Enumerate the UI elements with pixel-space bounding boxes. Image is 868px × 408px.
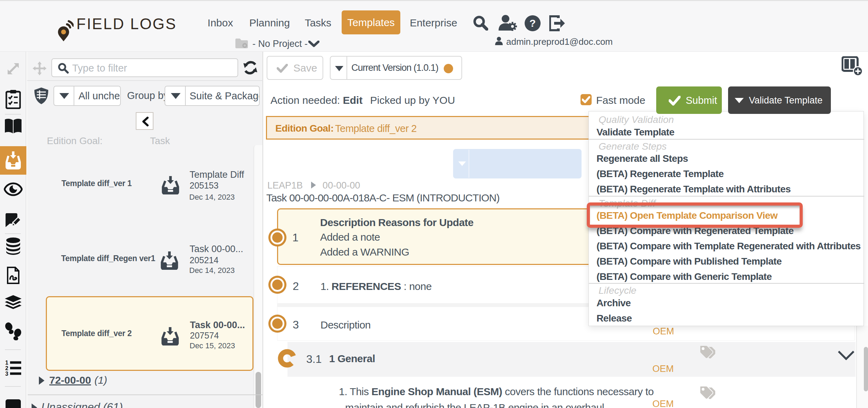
tags-icon[interactable] [699, 385, 715, 400]
breadcrumb[interactable]: LEAP1B 00-00-00 [267, 180, 360, 191]
tags-icon[interactable] [699, 345, 715, 359]
menu-separator [589, 196, 864, 197]
eye-icon[interactable] [4, 182, 23, 197]
save-button[interactable]: Save [267, 56, 323, 80]
step-status-icon[interactable] [268, 228, 286, 247]
paragraph-line1: 1. This Engine Shop Manual (ESM) covers … [339, 386, 654, 398]
menu-item-validate-template[interactable]: Validate Template [596, 127, 674, 138]
nav-item-enterprise[interactable]: Enterprise [403, 11, 464, 35]
group-by-dropdown[interactable]: Suite & Packages [165, 86, 260, 106]
main-scrollbar-thumb[interactable] [864, 347, 868, 391]
menu-item-beta-compare-published[interactable]: (BETA) Compare with Published Template [596, 256, 782, 267]
submit-check-icon [669, 96, 681, 106]
step-line: Added a note [320, 231, 380, 243]
filter-dropdown[interactable]: All unchecked [53, 86, 121, 106]
nav-item-templates[interactable]: Templates [342, 10, 400, 34]
project-selector[interactable]: - No Project - [252, 39, 308, 49]
menu-item-archive[interactable]: Archive [596, 298, 631, 309]
pdf-file-icon[interactable] [6, 267, 20, 284]
group-row-unassigned[interactable]: Unassigned (61) [32, 401, 240, 408]
collapse-panel-button[interactable] [136, 112, 153, 130]
nav-item-inbox[interactable]: Inbox [200, 11, 240, 35]
step-paragraph-row[interactable]: 1. This Engine Shop Manual (ESM) covers … [297, 378, 856, 408]
validate-template-button[interactable]: Validate Template [728, 86, 831, 114]
move-icon[interactable] [33, 61, 47, 75]
breadcrumb-part1: LEAP1B [267, 180, 303, 191]
user-settings-icon[interactable] [498, 15, 518, 32]
panel-scrollbar-thumb[interactable] [256, 372, 261, 408]
project-chevron-down-icon[interactable] [308, 41, 319, 48]
compare-view-icon[interactable] [842, 56, 863, 76]
step-text: 1 General [329, 353, 375, 365]
database-icon[interactable] [6, 238, 21, 255]
comment-edit-icon[interactable] [4, 213, 23, 231]
menu-item-beta-regenerate-template-attributes[interactable]: (BETA) Regenerate Template with Attribut… [596, 184, 791, 195]
fast-mode-checkbox[interactable] [581, 94, 592, 105]
action-needed-text: Action needed: Edit [270, 94, 362, 106]
footprints-icon[interactable] [5, 322, 22, 340]
rail-divider [5, 386, 21, 387]
nav-item-tasks[interactable]: Tasks [299, 11, 337, 35]
step-status-icon[interactable] [268, 276, 286, 294]
numbered-list-icon[interactable]: 1 2 3 [5, 360, 22, 376]
action-needed-value: Edit [343, 94, 363, 106]
book-icon[interactable] [4, 118, 22, 134]
nav-item-planning[interactable]: Planning [243, 11, 297, 35]
list-item[interactable]: Template diff_ver 1 Template Diff 205153… [46, 153, 253, 215]
checklist-clipboard-icon[interactable] [6, 90, 21, 109]
svg-text:?: ? [529, 17, 536, 29]
menu-item-beta-regenerate-template[interactable]: (BETA) Regenerate Template [596, 168, 724, 180]
step-number: 3.1 [306, 353, 322, 366]
menu-item-release[interactable]: Release [596, 313, 632, 324]
task-id: 207574 [190, 331, 219, 341]
step-title: Description Reasons for Update [320, 217, 474, 228]
list-item[interactable]: Template diff_Regen ver1 Task 00-00... 2… [46, 227, 253, 290]
app-logo[interactable]: FIELD LOGS [76, 15, 177, 33]
sign-out-icon[interactable] [549, 15, 566, 31]
breadcrumb-separator-icon [311, 182, 316, 189]
task-tray-icon [162, 176, 179, 194]
panel-toolbar-divider [27, 80, 263, 81]
step-text: 1. REFERENCES : none [320, 281, 432, 292]
task-name: Template Diff [190, 169, 244, 180]
svg-text:3: 3 [5, 371, 8, 376]
dark-square-icon[interactable] [6, 399, 21, 408]
menu-item-beta-compare-generic[interactable]: (BETA) Compare with Generic Template [596, 271, 772, 282]
version-caret-icon [335, 66, 343, 71]
refresh-icon[interactable] [242, 60, 258, 76]
column-header-task: Task [150, 135, 170, 147]
fast-mode-label[interactable]: Fast mode [596, 94, 645, 106]
menu-item-regenerate-all-steps[interactable]: Regenerate all Steps [596, 153, 688, 164]
step-text-suffix: : none [401, 281, 432, 292]
project-folder-icon [235, 38, 249, 49]
layers-icon[interactable] [4, 294, 22, 311]
task-tray-icon [161, 327, 179, 345]
validate-caret-icon [735, 98, 744, 103]
submit-button[interactable]: Submit [656, 86, 722, 114]
group-row-72-00-00[interactable]: 72-00-00 (1) [39, 374, 247, 387]
menu-item-beta-compare-template-regenerated-attributes[interactable]: (BETA) Compare with Template Regenerated… [596, 241, 861, 252]
triangle-right-icon [32, 403, 37, 408]
expand-chevron-icon[interactable] [838, 344, 854, 360]
version-dropdown[interactable]: Current Version (1.0.1) [330, 56, 462, 80]
step-row-3-1[interactable]: 3.1 1 General OEM [287, 342, 856, 377]
edition-goal-label: Edition Goal: [275, 123, 334, 134]
expand-icon[interactable] [6, 62, 20, 76]
step-status-icon[interactable] [268, 315, 286, 333]
oem-badge: OEM [652, 364, 674, 374]
search-icon[interactable] [473, 15, 488, 31]
panel-scrollbar[interactable] [253, 145, 262, 408]
rail-divider [5, 114, 21, 115]
annotation-highlight-box [587, 202, 803, 228]
disabled-dropdown[interactable] [453, 149, 582, 178]
filter-search-input[interactable]: Type to filter [72, 63, 127, 74]
version-status-dot [444, 64, 453, 73]
paragraph-prefix: 1. This [339, 386, 372, 397]
list-item-selected[interactable]: Template diff_ver 2 Task 00-00... 207574… [46, 296, 253, 371]
paragraph-suffix: covers the functions necessary to [502, 386, 654, 397]
paragraph-bold: Engine Shop Manual (ESM) [372, 386, 502, 397]
user-email[interactable]: admin.preprod1@doc.com [506, 36, 613, 47]
help-icon[interactable]: ? [525, 15, 541, 31]
shield-table-icon[interactable] [34, 87, 49, 105]
step-progress-icon[interactable] [278, 349, 297, 368]
